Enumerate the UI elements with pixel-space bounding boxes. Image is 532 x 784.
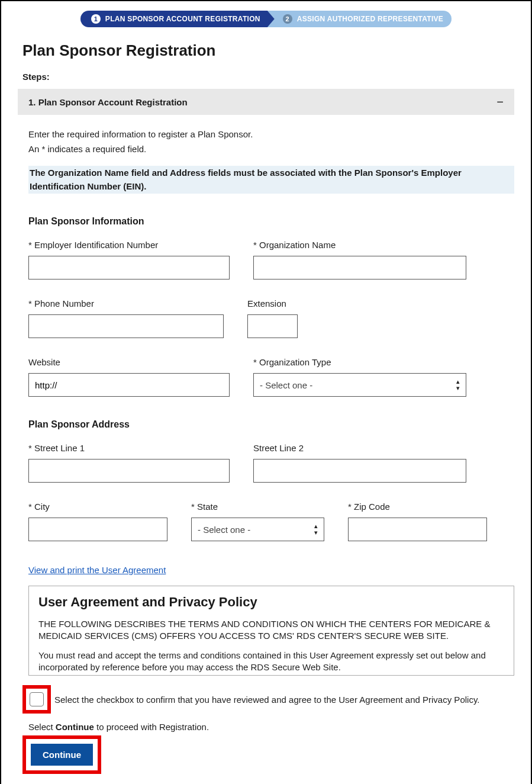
view-print-user-agreement-link[interactable]: View and print the User Agreement (28, 565, 166, 575)
extension-input[interactable] (247, 314, 298, 338)
ein-input[interactable] (28, 256, 230, 279)
state-label: * State (191, 502, 324, 512)
page-frame: 1 PLAN SPONSOR ACCOUNT REGISTRATION 2 AS… (0, 0, 532, 784)
state-select[interactable]: - Select one - ▴▾ (191, 518, 324, 541)
org-type-label: * Organization Type (253, 357, 466, 367)
row-website-orgtype: Website * Organization Type - Select one… (28, 357, 514, 397)
website-label: Website (28, 357, 230, 367)
state-value: - Select one - (198, 525, 250, 535)
field-zip: * Zip Code (348, 502, 487, 541)
stepper-step-1-num: 1 (91, 14, 101, 24)
city-input[interactable] (28, 518, 167, 541)
intro-line-1: Enter the required information to regist… (28, 128, 514, 140)
street2-input[interactable] (253, 459, 466, 483)
intro-line-2: An * indicates a required field. (28, 143, 514, 155)
zip-label: * Zip Code (348, 502, 487, 512)
org-name-input[interactable] (253, 256, 466, 279)
stepper-step-2: 2 ASSIGN AUTHORIZED REPRESENTATIVE (266, 11, 452, 27)
steps-label: Steps: (22, 72, 514, 82)
stepper-step-1: 1 PLAN SPONSOR ACCOUNT REGISTRATION (80, 11, 275, 27)
page-title: Plan Sponsor Registration (22, 41, 514, 60)
confirm-text: Select the checkbox to confirm that you … (54, 695, 479, 705)
row-street: * Street Line 1 Street Line 2 (28, 443, 514, 483)
stepper-step-1-label: PLAN SPONSOR ACCOUNT REGISTRATION (105, 15, 260, 23)
proceed-suffix: to proceed with Registration. (94, 722, 209, 732)
field-phone: * Phone Number (28, 298, 224, 338)
field-city: * City (28, 502, 167, 541)
field-ein: * Employer Identification Number (28, 240, 230, 279)
accordion-registration-header[interactable]: 1. Plan Sponsor Account Registration − (18, 89, 514, 115)
org-type-value: - Select one - (260, 380, 312, 390)
street2-label: Street Line 2 (253, 443, 466, 453)
minus-icon: − (496, 96, 504, 108)
progress-stepper: 1 PLAN SPONSOR ACCOUNT REGISTRATION 2 AS… (18, 11, 514, 27)
section-sponsor-info-title: Plan Sponsor Information (28, 216, 514, 227)
street1-label: * Street Line 1 (28, 443, 230, 453)
stepper-step-2-num: 2 (283, 14, 292, 24)
org-type-select[interactable]: - Select one - ▴▾ (253, 373, 466, 397)
row-city-state-zip: * City * State - Select one - ▴▾ * Zip C… (28, 502, 514, 541)
field-street1: * Street Line 1 (28, 443, 230, 483)
extension-label: Extension (247, 298, 298, 309)
phone-label: * Phone Number (28, 298, 224, 309)
chevron-updown-icon: ▴▾ (456, 378, 460, 391)
ein-label: * Employer Identification Number (28, 240, 230, 250)
field-website: Website (28, 357, 230, 397)
website-input[interactable] (28, 373, 230, 397)
continue-button[interactable]: Continue (31, 744, 93, 766)
user-agreement-heading: User Agreement and Privacy Policy (38, 595, 504, 610)
proceed-bold: Continue (56, 722, 94, 732)
continue-highlight-box: Continue (22, 735, 101, 774)
field-org-type: * Organization Type - Select one - ▴▾ (253, 357, 466, 397)
org-name-label: * Organization Name (253, 240, 466, 250)
zip-input[interactable] (348, 518, 487, 541)
field-state: * State - Select one - ▴▾ (191, 502, 324, 541)
user-agreement-p2: You must read and accept the terms and c… (38, 650, 504, 674)
city-label: * City (28, 502, 167, 512)
confirm-row: Select the checkbox to confirm that you … (22, 685, 514, 714)
chevron-updown-icon: ▴▾ (314, 523, 318, 536)
street1-input[interactable] (28, 459, 230, 483)
user-agreement-scrollbox[interactable]: User Agreement and Privacy Policy THE FO… (28, 586, 514, 676)
field-org-name: * Organization Name (253, 240, 466, 279)
user-agreement-p1: THE FOLLOWING DESCRIBES THE TERMS AND CO… (38, 618, 504, 642)
agree-checkbox[interactable] (30, 692, 44, 706)
stepper-step-2-label: ASSIGN AUTHORIZED REPRESENTATIVE (297, 15, 443, 23)
section-sponsor-address-title: Plan Sponsor Address (28, 419, 514, 430)
row-ein-orgname: * Employer Identification Number * Organ… (28, 240, 514, 279)
row-phone-ext: * Phone Number Extension (28, 298, 514, 338)
field-street2: Street Line 2 (253, 443, 466, 483)
phone-input[interactable] (28, 314, 224, 338)
ein-highlight-note: The Organization Name field and Address … (28, 166, 514, 194)
proceed-prefix: Select (28, 722, 56, 732)
accordion-registration-title: 1. Plan Sponsor Account Registration (28, 97, 188, 107)
checkbox-highlight-box (22, 685, 51, 714)
field-extension: Extension (247, 298, 298, 338)
proceed-text: Select Continue to proceed with Registra… (28, 722, 514, 732)
